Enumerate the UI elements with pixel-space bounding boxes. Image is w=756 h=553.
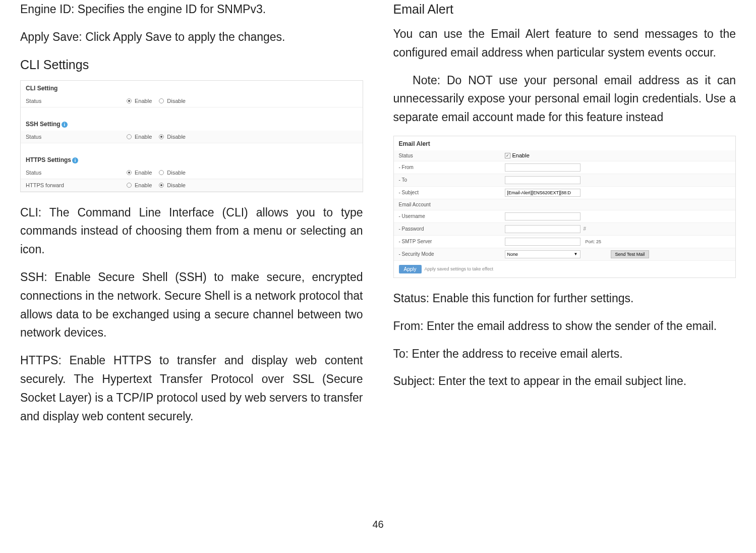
from-row: - From	[394, 161, 736, 174]
section-title: CLI Setting	[21, 81, 363, 95]
subject-input[interactable]: [Email-Alert][ENS620EXT][88:D	[505, 189, 580, 197]
username-input[interactable]	[505, 212, 580, 220]
row-label: - Subject	[399, 190, 505, 195]
email-alert-heading: Email Alert	[393, 2, 736, 17]
radio-enable[interactable]	[127, 170, 132, 175]
setting-row: Status Enable Disable	[21, 131, 363, 143]
radio-label: Enable	[135, 98, 152, 104]
radio-label: Disable	[167, 170, 186, 176]
enable-label: Enable	[512, 152, 530, 158]
enable-checkbox[interactable]: ✓	[505, 153, 510, 158]
radio-label: Enable	[135, 182, 152, 188]
from-input[interactable]	[505, 163, 580, 172]
setting-row: Status Enable Disable	[21, 167, 363, 179]
row-label: Status	[26, 98, 127, 104]
to-row: - To	[394, 174, 736, 187]
row-label: HTTPS forward	[26, 182, 127, 188]
paragraph: CLI: The Command Line Interface (CLI) al…	[20, 203, 363, 259]
smtp-row: - SMTP Server Port: 25	[394, 236, 736, 248]
right-column: Email Alert You can use the Email Alert …	[393, 0, 736, 515]
row-label: Email Account	[399, 202, 505, 207]
security-row: - Security Mode None ▼ Send Test Mail	[394, 248, 736, 261]
security-select[interactable]: None ▼	[505, 250, 580, 258]
send-test-button[interactable]: Send Test Mail	[611, 250, 650, 258]
paragraph: Status: Enable this function for further…	[393, 289, 736, 308]
setting-row: Status Enable Disable	[21, 95, 363, 107]
page-number: 46	[20, 519, 736, 530]
password-input[interactable]	[505, 225, 580, 233]
paragraph: From: Enter the email address to show th…	[393, 317, 736, 336]
row-label: - From	[399, 164, 505, 170]
radio-label: Enable	[135, 134, 152, 140]
email-account-row: Email Account	[394, 199, 736, 210]
section-title: SSH Settingi	[21, 117, 363, 131]
section-title: Email Alert	[394, 136, 736, 150]
paragraph: SSH: Enable Secure Shell (SSH) to make s…	[20, 268, 363, 342]
info-icon[interactable]: i	[62, 122, 68, 128]
radio-enable[interactable]	[127, 134, 132, 139]
radio-disable[interactable]	[159, 98, 164, 103]
row-label: Status	[26, 170, 127, 176]
cli-settings-screenshot: CLI Setting Status Enable Disable SSH Se…	[20, 80, 363, 192]
apply-button[interactable]: Apply	[399, 265, 422, 273]
apply-row: Apply Apply saved settings to take effec…	[394, 261, 736, 278]
radio-disable[interactable]	[159, 134, 164, 139]
row-label: - SMTP Server	[399, 239, 505, 244]
radio-disable[interactable]	[159, 170, 164, 175]
info-icon[interactable]: i	[72, 157, 78, 163]
left-column: Engine ID: Specifies the engine ID for S…	[20, 0, 363, 515]
radio-disable[interactable]	[159, 183, 164, 188]
status-row: Status ✓ Enable	[394, 150, 736, 161]
email-alert-screenshot: Email Alert Status ✓ Enable - From - To …	[393, 136, 736, 278]
paragraph: Engine ID: Specifies the engine ID for S…	[20, 0, 363, 19]
subject-row: - Subject [Email-Alert][ENS620EXT][88:D	[394, 187, 736, 199]
row-label: Status	[26, 134, 127, 140]
row-label: - Password	[399, 226, 505, 232]
smtp-input[interactable]	[505, 238, 580, 246]
chevron-down-icon: ▼	[574, 252, 578, 256]
row-label: - Security Mode	[399, 251, 505, 257]
paragraph: HTTPS: Enable HTTPS to transfer and disp…	[20, 351, 363, 425]
password-row: - Password #	[394, 223, 736, 236]
to-input[interactable]	[505, 176, 580, 184]
setting-row: HTTPS forward Enable Disable	[21, 179, 363, 192]
row-label: Status	[399, 153, 505, 158]
paragraph: To: Enter the address to receive email a…	[393, 345, 736, 363]
paragraph: Subject: Enter the text to appear in the…	[393, 372, 736, 391]
apply-note: Apply saved settings to take effect	[425, 266, 493, 271]
show-password-icon[interactable]: #	[584, 226, 587, 232]
radio-enable[interactable]	[127, 183, 132, 188]
row-label: - Username	[399, 213, 505, 219]
radio-enable[interactable]	[127, 98, 132, 103]
port-label: Port: 25	[586, 239, 602, 244]
paragraph: Note: Do NOT use your personal email add…	[393, 71, 736, 127]
paragraph: You can use the Email Alert feature to s…	[393, 25, 736, 62]
radio-label: Disable	[167, 134, 186, 140]
paragraph: Apply Save: Click Apply Save to apply th…	[20, 28, 363, 46]
cli-settings-heading: CLI Settings	[20, 58, 363, 72]
radio-label: Disable	[167, 182, 186, 188]
radio-label: Disable	[167, 98, 186, 104]
radio-label: Enable	[135, 170, 152, 176]
username-row: - Username	[394, 210, 736, 223]
section-title: HTTPS Settingsi	[21, 152, 363, 167]
row-label: - To	[399, 177, 505, 183]
